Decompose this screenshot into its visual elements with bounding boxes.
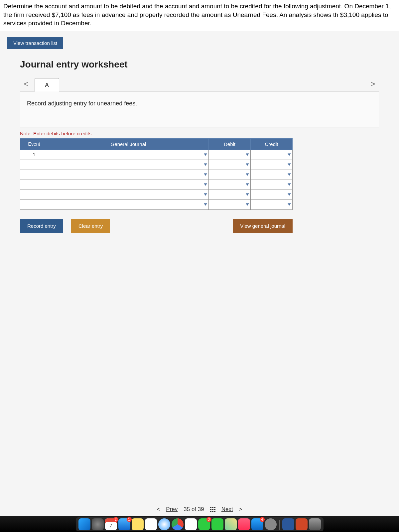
question-pager: < Prev 35 of 39 Next >: [0, 506, 399, 513]
chrome-icon[interactable]: [172, 518, 184, 530]
question-text: Determine the account and amount to be d…: [0, 0, 399, 31]
maps-icon[interactable]: [225, 518, 237, 530]
journal-entry-table: Event General Journal Debit Credit 1: [20, 138, 293, 210]
chevron-down-icon: [246, 184, 249, 186]
header-debit: Debit: [209, 138, 251, 150]
credit-cell[interactable]: [251, 160, 293, 170]
badge: 4: [260, 517, 265, 522]
table-row: [20, 190, 293, 200]
table-row: 1: [20, 150, 293, 160]
chevron-down-icon: [204, 174, 207, 176]
debit-cell[interactable]: [209, 180, 251, 190]
header-general-journal: General Journal: [48, 138, 209, 150]
event-cell: [20, 170, 48, 180]
chevron-down-icon: [204, 164, 207, 166]
account-dropdown[interactable]: [48, 190, 209, 200]
account-dropdown[interactable]: [48, 180, 209, 190]
event-cell: [20, 200, 48, 209]
safari-icon[interactable]: [158, 518, 170, 530]
pager-prev-link[interactable]: Prev: [166, 506, 178, 513]
pager-next-link[interactable]: Next: [221, 506, 233, 513]
chevron-down-icon: [204, 154, 207, 156]
table-row: [20, 180, 293, 190]
table-row: [20, 200, 293, 209]
tab-next-arrow[interactable]: >: [367, 77, 379, 91]
dock-separator: [279, 520, 280, 530]
chevron-down-icon: [288, 194, 291, 196]
chevron-down-icon: [204, 203, 207, 206]
chevron-down-icon: [246, 203, 249, 206]
chevron-down-icon: [246, 194, 249, 196]
view-general-journal-button[interactable]: View general journal: [233, 219, 293, 233]
mail-icon[interactable]: 1: [118, 518, 130, 530]
badge: 3: [206, 517, 211, 522]
credit-cell[interactable]: [251, 150, 293, 160]
messages-icon[interactable]: 3: [198, 518, 210, 530]
pager-position: 35 of 39: [184, 506, 204, 513]
finder-icon[interactable]: [78, 518, 90, 530]
debit-cell[interactable]: [209, 200, 251, 209]
chevron-down-icon: [288, 154, 291, 156]
dock-container: MAR 7 2 1 3 4: [76, 517, 324, 531]
credit-cell[interactable]: [251, 170, 293, 180]
credit-cell[interactable]: [251, 190, 293, 200]
event-cell: [20, 180, 48, 190]
word-icon[interactable]: [282, 518, 294, 530]
header-event: Event: [20, 138, 48, 150]
worksheet-title: Journal entry worksheet: [20, 59, 399, 70]
account-dropdown[interactable]: [48, 150, 209, 160]
powerpoint-icon[interactable]: [296, 518, 308, 530]
debit-cell[interactable]: [209, 160, 251, 170]
facetime-icon[interactable]: [211, 518, 223, 530]
action-row: Record entry Clear entry View general jo…: [20, 219, 293, 233]
grid-icon[interactable]: [210, 507, 215, 512]
tab-prev-arrow[interactable]: <: [20, 77, 32, 91]
badge: 1: [127, 517, 132, 522]
macos-dock: MAR 7 2 1 3 4: [0, 516, 399, 532]
trash-icon[interactable]: [309, 518, 321, 530]
photos-icon[interactable]: [185, 518, 197, 530]
chevron-down-icon: [246, 174, 249, 176]
pager-prev-icon[interactable]: <: [157, 506, 160, 513]
reminders-icon[interactable]: [145, 518, 157, 530]
header-credit: Credit: [251, 138, 293, 150]
instruction-box: Record adjusting entry for unearned fees…: [20, 91, 379, 127]
tab-a[interactable]: A: [35, 78, 59, 91]
account-dropdown[interactable]: [48, 170, 209, 180]
account-dropdown[interactable]: [48, 160, 209, 170]
badge: 2: [113, 517, 118, 522]
chevron-down-icon: [288, 203, 291, 206]
table-row: [20, 170, 293, 180]
notes-icon[interactable]: [132, 518, 144, 530]
event-cell: [20, 190, 48, 200]
calendar-icon[interactable]: MAR 7 2: [105, 518, 117, 530]
chevron-down-icon: [246, 164, 249, 166]
debit-cell[interactable]: [209, 150, 251, 160]
debit-cell[interactable]: [209, 190, 251, 200]
clear-entry-button[interactable]: Clear entry: [71, 219, 110, 233]
table-row: [20, 160, 293, 170]
credit-cell[interactable]: [251, 200, 293, 209]
worksheet-tab-nav: < A >: [20, 77, 379, 91]
pager-next-icon[interactable]: >: [239, 506, 242, 513]
calendar-day-label: 7: [105, 523, 117, 529]
chevron-down-icon: [204, 194, 207, 196]
music-icon[interactable]: [238, 518, 250, 530]
settings-icon[interactable]: [265, 518, 277, 530]
debits-before-credits-note: Note: Enter debits before credits.: [20, 131, 379, 136]
event-cell: 1: [20, 150, 48, 160]
event-cell: [20, 160, 48, 170]
chevron-down-icon: [288, 174, 291, 176]
chevron-down-icon: [288, 164, 291, 166]
chevron-down-icon: [246, 154, 249, 156]
chevron-down-icon: [288, 184, 291, 186]
launchpad-icon[interactable]: [92, 518, 104, 530]
record-entry-button[interactable]: Record entry: [20, 219, 63, 233]
debit-cell[interactable]: [209, 170, 251, 180]
chevron-down-icon: [204, 184, 207, 186]
view-transaction-list-button[interactable]: View transaction list: [7, 37, 63, 49]
appstore-icon[interactable]: 4: [251, 518, 263, 530]
account-dropdown[interactable]: [48, 200, 209, 209]
credit-cell[interactable]: [251, 180, 293, 190]
